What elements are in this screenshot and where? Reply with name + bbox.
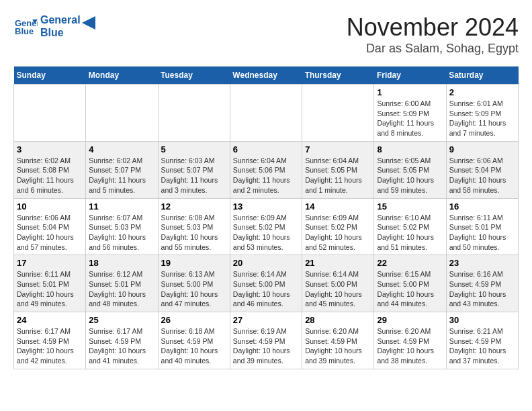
calendar-week-row: 10Sunrise: 6:06 AM Sunset: 5:04 PM Dayli… [14,198,519,255]
logo-arrow-icon [82,16,95,30]
day-info: Sunrise: 6:06 AM Sunset: 5:04 PM Dayligh… [449,156,515,195]
day-info: Sunrise: 6:02 AM Sunset: 5:08 PM Dayligh… [17,156,83,195]
logo: General Blue General Blue [13,13,95,39]
day-number: 10 [17,201,83,212]
day-number: 24 [17,315,83,325]
day-number: 15 [377,201,443,212]
calendar-day-cell: 18Sunrise: 6:12 AM Sunset: 5:01 PM Dayli… [86,255,158,312]
day-info: Sunrise: 6:19 AM Sunset: 4:59 PM Dayligh… [233,326,299,366]
calendar-day-cell [302,85,374,142]
day-info: Sunrise: 6:05 AM Sunset: 5:05 PM Dayligh… [377,156,443,195]
calendar-day-cell: 7Sunrise: 6:04 AM Sunset: 5:05 PM Daylig… [302,141,374,198]
day-number: 8 [377,144,443,154]
calendar-day-cell: 22Sunrise: 6:15 AM Sunset: 5:00 PM Dayli… [374,255,446,312]
day-info: Sunrise: 6:16 AM Sunset: 4:59 PM Dayligh… [449,269,515,309]
day-number: 13 [233,201,299,212]
day-number: 21 [305,258,371,268]
day-info: Sunrise: 6:04 AM Sunset: 5:05 PM Dayligh… [305,156,371,195]
location-title: Dar as Salam, Sohag, Egypt [347,42,519,56]
day-number: 27 [233,315,299,325]
day-number: 4 [89,144,154,154]
day-info: Sunrise: 6:06 AM Sunset: 5:04 PM Dayligh… [17,213,83,253]
logo-blue: Blue [40,26,81,39]
calendar-day-cell: 27Sunrise: 6:19 AM Sunset: 4:59 PM Dayli… [230,312,302,369]
day-number: 22 [377,258,443,268]
calendar-day-cell: 2Sunrise: 6:01 AM Sunset: 5:09 PM Daylig… [446,85,518,142]
day-number: 12 [161,201,227,212]
day-info: Sunrise: 6:10 AM Sunset: 5:02 PM Dayligh… [377,213,443,253]
calendar-day-cell: 12Sunrise: 6:08 AM Sunset: 5:03 PM Dayli… [158,198,230,255]
calendar-week-row: 24Sunrise: 6:17 AM Sunset: 4:59 PM Dayli… [14,312,519,369]
calendar-week-row: 17Sunrise: 6:11 AM Sunset: 5:01 PM Dayli… [14,255,519,312]
day-info: Sunrise: 6:20 AM Sunset: 4:59 PM Dayligh… [377,326,443,366]
calendar-day-cell: 11Sunrise: 6:07 AM Sunset: 5:03 PM Dayli… [86,198,158,255]
calendar-day-cell: 8Sunrise: 6:05 AM Sunset: 5:05 PM Daylig… [374,141,446,198]
weekday-header-sunday: Sunday [14,66,86,85]
day-number: 25 [89,315,154,325]
day-number: 20 [233,258,299,268]
day-number: 19 [161,258,227,268]
calendar-day-cell: 1Sunrise: 6:00 AM Sunset: 5:09 PM Daylig… [374,85,446,142]
calendar-day-cell: 19Sunrise: 6:13 AM Sunset: 5:00 PM Dayli… [158,255,230,312]
calendar-day-cell: 30Sunrise: 6:21 AM Sunset: 4:59 PM Dayli… [446,312,518,369]
calendar-day-cell [230,85,302,142]
day-info: Sunrise: 6:15 AM Sunset: 5:00 PM Dayligh… [377,269,443,309]
calendar-day-cell: 24Sunrise: 6:17 AM Sunset: 4:59 PM Dayli… [14,312,86,369]
day-info: Sunrise: 6:00 AM Sunset: 5:09 PM Dayligh… [377,99,443,138]
calendar-week-row: 3Sunrise: 6:02 AM Sunset: 5:08 PM Daylig… [14,141,519,198]
calendar-day-cell [86,85,158,142]
day-number: 16 [449,201,515,212]
day-number: 23 [449,258,515,268]
day-number: 2 [449,87,515,97]
calendar-day-cell [158,85,230,142]
weekday-header-wednesday: Wednesday [230,66,302,85]
calendar-day-cell: 10Sunrise: 6:06 AM Sunset: 5:04 PM Dayli… [14,198,86,255]
day-info: Sunrise: 6:14 AM Sunset: 5:00 PM Dayligh… [233,269,299,309]
day-number: 29 [377,315,443,325]
calendar-day-cell: 23Sunrise: 6:16 AM Sunset: 4:59 PM Dayli… [446,255,518,312]
day-info: Sunrise: 6:18 AM Sunset: 4:59 PM Dayligh… [161,326,227,366]
day-info: Sunrise: 6:20 AM Sunset: 4:59 PM Dayligh… [305,326,371,366]
day-number: 17 [17,258,83,268]
day-info: Sunrise: 6:03 AM Sunset: 5:07 PM Dayligh… [161,156,227,195]
day-number: 26 [161,315,227,325]
day-number: 18 [89,258,154,268]
day-info: Sunrise: 6:01 AM Sunset: 5:09 PM Dayligh… [449,99,515,138]
day-number: 9 [449,144,515,154]
weekday-header-tuesday: Tuesday [158,66,230,85]
calendar-day-cell: 28Sunrise: 6:20 AM Sunset: 4:59 PM Dayli… [302,312,374,369]
day-info: Sunrise: 6:02 AM Sunset: 5:07 PM Dayligh… [89,156,154,195]
day-number: 11 [89,201,154,212]
day-number: 28 [305,315,371,325]
title-area: November 2024 Dar as Salam, Sohag, Egypt [347,13,519,56]
calendar-day-cell: 17Sunrise: 6:11 AM Sunset: 5:01 PM Dayli… [14,255,86,312]
svg-text:Blue: Blue [15,26,34,36]
day-number: 7 [305,144,371,154]
day-info: Sunrise: 6:17 AM Sunset: 4:59 PM Dayligh… [89,326,154,366]
calendar-table: SundayMondayTuesdayWednesdayThursdayFrid… [13,66,519,369]
day-number: 3 [17,144,83,154]
weekday-header-thursday: Thursday [302,66,374,85]
logo-icon: General Blue [13,14,38,38]
day-info: Sunrise: 6:21 AM Sunset: 4:59 PM Dayligh… [449,326,515,366]
calendar-day-cell: 20Sunrise: 6:14 AM Sunset: 5:00 PM Dayli… [230,255,302,312]
weekday-header-row: SundayMondayTuesdayWednesdayThursdayFrid… [14,66,519,85]
calendar-day-cell: 14Sunrise: 6:09 AM Sunset: 5:02 PM Dayli… [302,198,374,255]
day-info: Sunrise: 6:11 AM Sunset: 5:01 PM Dayligh… [449,213,515,253]
calendar-day-cell: 3Sunrise: 6:02 AM Sunset: 5:08 PM Daylig… [14,141,86,198]
day-number: 30 [449,315,515,325]
day-info: Sunrise: 6:09 AM Sunset: 5:02 PM Dayligh… [233,213,299,253]
logo-general: General [40,13,81,26]
svg-marker-3 [82,16,95,30]
calendar-day-cell: 4Sunrise: 6:02 AM Sunset: 5:07 PM Daylig… [86,141,158,198]
weekday-header-monday: Monday [86,66,158,85]
day-info: Sunrise: 6:09 AM Sunset: 5:02 PM Dayligh… [305,213,371,253]
day-info: Sunrise: 6:14 AM Sunset: 5:00 PM Dayligh… [305,269,371,309]
calendar-day-cell: 16Sunrise: 6:11 AM Sunset: 5:01 PM Dayli… [446,198,518,255]
day-info: Sunrise: 6:13 AM Sunset: 5:00 PM Dayligh… [161,269,227,309]
day-info: Sunrise: 6:11 AM Sunset: 5:01 PM Dayligh… [17,269,83,309]
calendar-day-cell: 9Sunrise: 6:06 AM Sunset: 5:04 PM Daylig… [446,141,518,198]
calendar-day-cell: 5Sunrise: 6:03 AM Sunset: 5:07 PM Daylig… [158,141,230,198]
calendar-day-cell [14,85,86,142]
calendar-day-cell: 15Sunrise: 6:10 AM Sunset: 5:02 PM Dayli… [374,198,446,255]
